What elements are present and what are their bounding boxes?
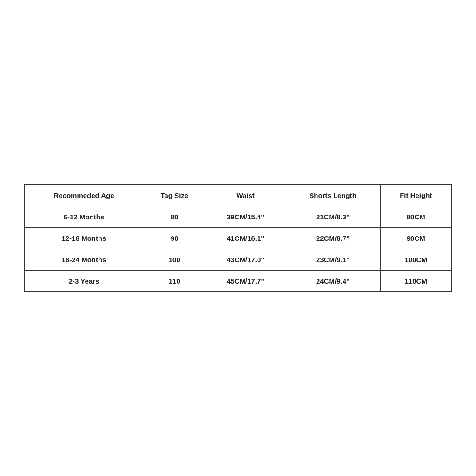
table-row: 6-12 Months8039CM/15.4"21CM/8.3"80CM	[25, 206, 451, 227]
cell-tag-size: 90	[143, 227, 206, 249]
table-row: 12-18 Months9041CM/16.1"22CM/8.7"90CM	[25, 227, 451, 249]
cell-waist: 45CM/17.7"	[206, 270, 285, 292]
table-row: 18-24 Months10043CM/17.0"23CM/9.1"100CM	[25, 249, 451, 270]
header-tag-size: Tag Size	[143, 185, 206, 206]
cell-waist: 43CM/17.0"	[206, 249, 285, 270]
cell-shorts-length: 21CM/8.3"	[285, 206, 381, 227]
table-row: 2-3 Years11045CM/17.7"24CM/9.4"110CM	[25, 270, 451, 292]
size-chart-container: Recommeded Age Tag Size Waist Shorts Len…	[24, 184, 452, 292]
cell-waist: 39CM/15.4"	[206, 206, 285, 227]
cell-age: 2-3 Years	[25, 270, 143, 292]
cell-fit-height: 110CM	[381, 270, 451, 292]
cell-fit-height: 100CM	[381, 249, 451, 270]
cell-age: 6-12 Months	[25, 206, 143, 227]
header-age: Recommeded Age	[25, 185, 143, 206]
cell-waist: 41CM/16.1"	[206, 227, 285, 249]
cell-shorts-length: 23CM/9.1"	[285, 249, 381, 270]
cell-tag-size: 80	[143, 206, 206, 227]
cell-age: 12-18 Months	[25, 227, 143, 249]
header-fit-height: Fit Height	[381, 185, 451, 206]
header-waist: Waist	[206, 185, 285, 206]
size-chart-table: Recommeded Age Tag Size Waist Shorts Len…	[24, 184, 452, 292]
cell-age: 18-24 Months	[25, 249, 143, 270]
cell-shorts-length: 24CM/9.4"	[285, 270, 381, 292]
table-header-row: Recommeded Age Tag Size Waist Shorts Len…	[25, 185, 451, 206]
cell-fit-height: 90CM	[381, 227, 451, 249]
cell-tag-size: 100	[143, 249, 206, 270]
cell-tag-size: 110	[143, 270, 206, 292]
header-shorts-length: Shorts Length	[285, 185, 381, 206]
cell-shorts-length: 22CM/8.7"	[285, 227, 381, 249]
cell-fit-height: 80CM	[381, 206, 451, 227]
